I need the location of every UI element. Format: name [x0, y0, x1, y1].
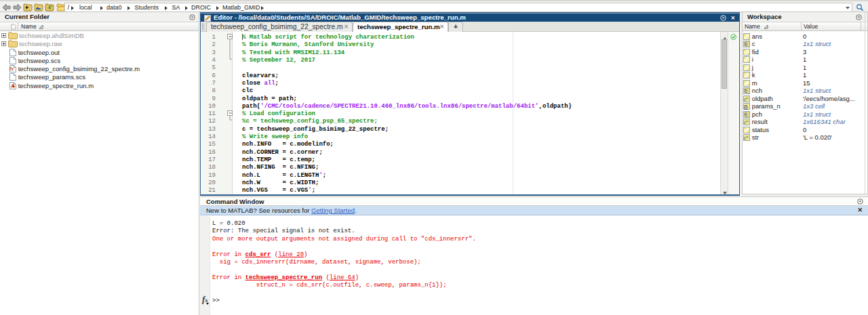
svg-text:{}: {}: [744, 104, 748, 110]
svg-text:fx: fx: [9, 66, 14, 71]
svg-text:h: h: [747, 119, 749, 123]
svg-text:h: h: [747, 96, 749, 100]
svg-text:h: h: [747, 135, 749, 139]
